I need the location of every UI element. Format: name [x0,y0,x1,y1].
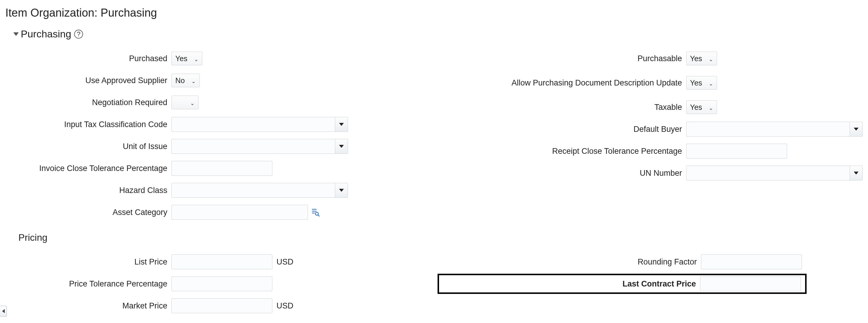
label-last-contract-price: Last Contract Price [440,279,700,289]
chevron-down-icon: ⌄ [190,54,202,63]
label-asset-category: Asset Category [5,207,172,217]
section-title-purchasing: Purchasing [21,28,71,40]
chevron-down-icon: ⌄ [187,98,198,107]
input-rounding-factor[interactable] [701,255,802,269]
label-purchased: Purchased [5,54,172,63]
combo-unit-of-issue[interactable] [172,139,348,154]
select-purchased[interactable]: Yes ⌄ [172,52,202,65]
caret-down-icon [854,128,859,130]
input-asset-category[interactable] [172,205,308,220]
dropdown-button[interactable] [335,183,348,198]
input-receipt-close-tolerance-percentage[interactable] [686,144,787,158]
dropdown-button[interactable] [335,117,348,131]
combo-input-tax-classification-code[interactable] [172,117,348,132]
input-market-price[interactable] [172,298,272,313]
chevron-down-icon: ⌄ [705,103,717,112]
page-title: Item Organization: Purchasing [5,6,863,19]
suffix-list-price-currency: USD [277,257,293,267]
dropdown-button[interactable] [850,166,862,180]
input-price-tolerance-percentage[interactable] [172,276,272,291]
section-header-purchasing[interactable]: Purchasing ? [14,28,863,40]
expand-panel-handle[interactable] [0,306,7,317]
chevron-down-icon: ⌄ [705,79,717,87]
label-receipt-close-tolerance-percentage: Receipt Close Tolerance Percentage [425,146,686,156]
combo-default-buyer[interactable] [686,122,863,137]
label-purchasable: Purchasable [425,54,686,63]
suffix-market-price-currency: USD [277,301,293,311]
subsection-title-pricing: Pricing [19,232,863,243]
combo-un-number[interactable] [686,166,863,180]
select-negotiation-required[interactable]: ⌄ [172,96,198,109]
dropdown-button[interactable] [335,139,348,153]
combo-hazard-class[interactable] [172,183,348,198]
label-negotiation-required: Negotiation Required [5,98,172,107]
label-list-price: List Price [5,257,172,267]
label-unit-of-issue: Unit of Issue [5,142,172,151]
label-default-buyer: Default Buyer [425,124,686,134]
label-use-approved-supplier: Use Approved Supplier [5,76,172,85]
label-invoice-close-tolerance-percentage: Invoice Close Tolerance Percentage [5,164,172,173]
input-last-contract-price[interactable] [700,276,801,291]
highlighted-field-last-contract-price: Last Contract Price [438,274,807,294]
svg-point-3 [315,212,318,215]
search-list-icon[interactable] [311,208,320,217]
select-allow-pd-desc-update[interactable]: Yes ⌄ [686,76,717,90]
label-un-number: UN Number [425,168,686,178]
label-market-price: Market Price [5,301,172,311]
caret-left-icon [2,309,5,313]
caret-down-icon [339,189,344,192]
caret-down-icon [339,145,344,148]
svg-line-4 [318,215,319,216]
caret-down-icon [854,172,859,175]
select-purchasable[interactable]: Yes ⌄ [686,52,717,65]
label-rounding-factor: Rounding Factor [440,257,701,267]
input-invoice-close-tolerance-percentage[interactable] [172,161,272,176]
help-icon[interactable]: ? [74,30,83,38]
select-taxable[interactable]: Yes ⌄ [686,100,717,114]
chevron-down-icon: ⌄ [705,54,717,63]
label-allow-pd-desc-update: Allow Purchasing Document Description Up… [425,78,686,88]
label-input-tax-classification-code: Input Tax Classification Code [5,120,172,129]
label-hazard-class: Hazard Class [5,185,172,195]
chevron-down-icon: ⌄ [188,76,199,85]
caret-down-icon [339,123,344,126]
select-use-approved-supplier[interactable]: No ⌄ [172,74,199,87]
collapse-triangle-icon [13,32,19,36]
input-list-price[interactable] [172,255,272,269]
dropdown-button[interactable] [850,122,862,136]
label-taxable: Taxable [425,102,686,112]
label-price-tolerance-percentage: Price Tolerance Percentage [5,279,172,289]
